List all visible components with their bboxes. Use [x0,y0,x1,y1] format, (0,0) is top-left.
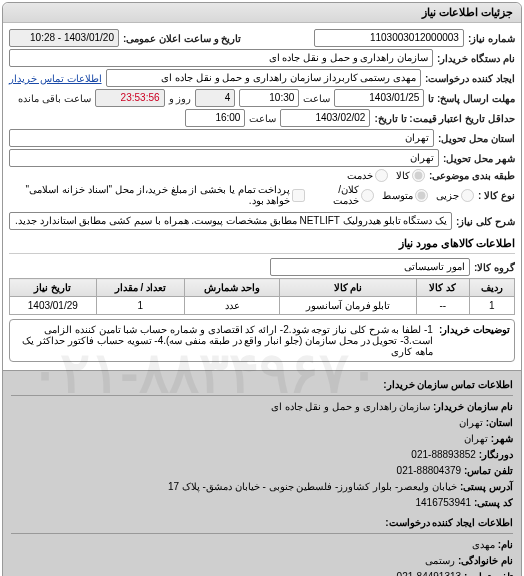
contact-name: نام: مهدی [11,537,513,553]
label-rooz: روز و [169,93,192,104]
field-requester: مهدی رستمی کاربرداز سازمان راهداری و حمل… [106,69,422,87]
th-name: نام کالا [280,279,417,297]
contact-tel: تلفن تماس: 84491313-021 [11,569,513,576]
radio-small[interactable]: جزیی [436,189,474,202]
field-validity-date: 1403/02/02 [280,109,370,127]
label-saat-2: ساعت [249,113,276,124]
label-saat-1: ساعت [303,93,330,104]
label-req-no: شماره نیاز: [468,33,515,44]
contact-org: نام سازمان خریدار: سازمان راهداری و حمل … [11,399,513,415]
label-requester: ایجاد کننده درخواست: [425,73,515,84]
label-general-title: شرح کلی نیاز: [456,216,515,227]
label-delivery-city: شهر محل تحویل: [443,153,515,164]
field-delivery-city: تهران [9,149,439,167]
field-deadline-remain: 23:53:56 [95,89,165,107]
td-date: 1403/01/29 [10,297,97,315]
label-announce-dt: تاریخ و ساعت اعلان عمومی: [123,33,241,44]
panel-body: شماره نیاز: 1103003012000003 تاریخ و ساع… [3,23,521,370]
buyer-desc-box: توضیحات خریدار: 1- لطفا به شرح کلی نیاز … [9,319,515,362]
td-code: -- [417,297,469,315]
radio-med[interactable]: متوسط [382,189,428,202]
items-section-title: اطلاعات کالاهای مورد نیاز [9,234,515,254]
contact-city: شهر: تهران [11,431,513,447]
th-code: کد کالا [417,279,469,297]
label-category: طبقه بندی موضوعی: [429,170,515,181]
prepay-label: پرداخت تمام یا بخشی از مبلغ خرید،از محل … [9,184,290,206]
field-deadline-time: 10:30 [239,89,299,107]
field-deadline-days: 4 [195,89,235,107]
label-commodity: نوع کالا : [478,190,515,201]
td-qty: 1 [96,297,184,315]
field-delivery-province: تهران [9,129,434,147]
row-buyer-org: نام دستگاه خریدار: سازمان راهداری و حمل … [9,49,515,67]
label-buyer-org: نام دستگاه خریدار: [437,53,515,64]
row-group: گروه کالا: امور تاسیساتی [9,258,515,276]
field-announce-dt: 1403/01/20 - 10:28 [9,29,119,47]
td-name: تابلو فرمان آسانسور [280,297,417,315]
panel-title: جزئیات اطلاعات نیاز [3,3,521,23]
label-buyer-desc: توضیحات خریدار: [439,324,510,357]
contact-post: کد پستی: 1416753941 [11,495,513,511]
label-delivery-province: استان محل تحویل: [438,133,515,144]
contact-addr: آدرس پستی: خیابان ولیعصر- بلوار کشاورز- … [11,479,513,495]
radio-service[interactable]: خدمت [347,169,388,182]
table-header-row: ردیف کد کالا نام کالا واحد شمارش تعداد /… [10,279,515,297]
commodity-radios: جزیی متوسط کلان/خدمت [326,184,474,206]
row-req-no: شماره نیاز: 1103003012000003 تاریخ و ساع… [9,29,515,47]
label-group: گروه کالا: [474,262,515,273]
row-validity: حداقل تاریخ اعتبار قیمت: تا تاریخ: 1403/… [9,109,515,127]
field-validity-time: 16:00 [185,109,245,127]
row-commodity: نوع کالا : جزیی متوسط کلان/خدمت پرداخت ت… [9,184,515,206]
field-buyer-org: سازمان راهداری و حمل و نقل جاده ای [9,49,433,67]
field-deadline-date: 1403/01/25 [334,89,424,107]
buyer-contact-link[interactable]: اطلاعات تماس خریدار [9,73,102,84]
contact-section: اطلاعات تماس سازمان خریدار: نام سازمان خ… [3,370,521,576]
td-row: 1 [469,297,514,315]
label-remain: ساعت باقی مانده [18,93,91,104]
requester-head: اطلاعات ایجاد کننده درخواست: [11,515,513,534]
th-row: ردیف [469,279,514,297]
contact-phone: تلفن تماس: 88804379-021 [11,463,513,479]
table-row: 1 -- تابلو فرمان آسانسور عدد 1 1403/01/2… [10,297,515,315]
items-table: ردیف کد کالا نام کالا واحد شمارش تعداد /… [9,278,515,315]
buyer-desc-text: 1- لطفا به شرح کلی نیاز توجه شود.2- ارائ… [14,324,433,357]
contact-head: اطلاعات تماس سازمان خریدار: [11,377,513,396]
row-deadline: مهلت ارسال پاسخ: تا 1403/01/25 ساعت 10:3… [9,89,515,107]
th-unit: واحد شمارش [185,279,280,297]
field-general-title: یک دستگاه تابلو هیدرولیک NETLIFT مطابق م… [9,212,452,230]
contact-prov: استان: تهران [11,415,513,431]
td-unit: عدد [185,297,280,315]
main-panel: جزئیات اطلاعات نیاز شماره نیاز: 11030030… [2,2,522,576]
contact-fam: نام خانوادگی: رستمی [11,553,513,569]
label-deadline: مهلت ارسال پاسخ: تا [428,93,515,104]
field-group: امور تاسیساتی [270,258,470,276]
th-date: تاریخ نیاز [10,279,97,297]
radio-large[interactable]: کلان/خدمت [326,184,374,206]
label-validity: حداقل تاریخ اعتبار قیمت: تا تاریخ: [374,113,515,124]
contact-fax: دورنگار: 88893852-021 [11,447,513,463]
radio-goods[interactable]: کالا [396,169,425,182]
row-delivery-province: استان محل تحویل: تهران [9,129,515,147]
th-qty: تعداد / مقدار [96,279,184,297]
row-category: طبقه بندی موضوعی: کالا خدمت [9,169,515,182]
row-delivery-city: شهر محل تحویل: تهران [9,149,515,167]
row-requester: ایجاد کننده درخواست: مهدی رستمی کاربرداز… [9,69,515,87]
row-general-title: شرح کلی نیاز: یک دستگاه تابلو هیدرولیک N… [9,212,515,230]
field-req-no: 1103003012000003 [314,29,464,47]
category-radios: کالا خدمت [347,169,425,182]
prepay-checkbox[interactable]: پرداخت تمام یا بخشی از مبلغ خرید،از محل … [9,184,305,206]
